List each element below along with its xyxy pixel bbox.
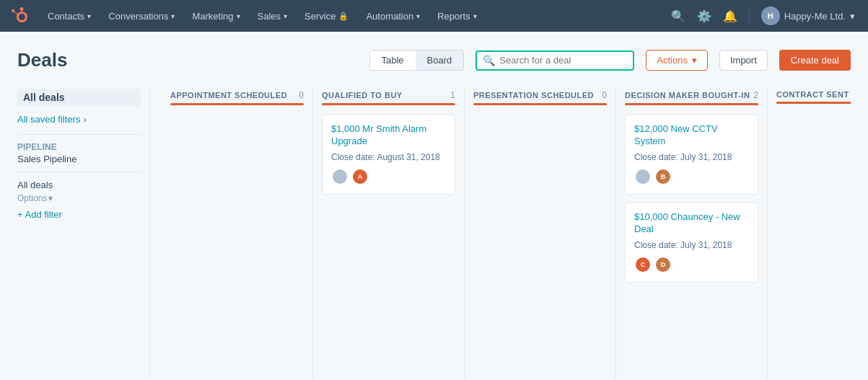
chevron-down-icon: ▾ (416, 12, 420, 20)
pipeline-value: Sales Pipeline (17, 154, 141, 164)
chevron-down-icon: ▾ (850, 11, 855, 22)
column-qualified-to-buy: QUALIFIED TO BUY 1 $1,000 Mr Smith Alarm… (313, 89, 465, 379)
chevron-down-icon: ▾ (48, 193, 53, 203)
options-row: Options ▾ (17, 193, 141, 203)
deal-title: $1,000 Mr Smith Alarm Upgrade (331, 123, 446, 148)
sidebar-divider-2 (17, 172, 141, 172)
page-title: Deals (17, 49, 67, 71)
col-title: QUALIFIED TO BUY (322, 91, 403, 100)
table-view-button[interactable]: Table (370, 50, 416, 70)
chevron-right-icon: › (83, 114, 86, 125)
top-navigation: Contacts ▾ Conversations ▾ Marketing ▾ S… (0, 0, 868, 32)
col-header: QUALIFIED TO BUY 1 (322, 89, 455, 100)
col-title: APPOINTMENT SCHEDULED (170, 91, 287, 100)
pipeline-label: Pipeline (17, 142, 141, 152)
page-wrapper: Deals Table Board 🔍 Actions ▾ Import Cre… (0, 32, 868, 379)
column-contract-sent: CONTRACT SENT (768, 89, 851, 379)
search-bar[interactable]: 🔍 (475, 50, 634, 71)
account-menu[interactable]: H Happy-Me Ltd. ▾ (757, 0, 859, 32)
import-button[interactable]: Import (719, 50, 768, 71)
nav-automation[interactable]: Automation ▾ (359, 0, 427, 32)
view-toggle: Table Board (369, 50, 465, 71)
col-progress-bar (170, 103, 304, 105)
chevron-down-icon: ▾ (171, 12, 175, 20)
page-header: Deals Table Board 🔍 Actions ▾ Import Cre… (17, 49, 851, 71)
content-area: All deals All saved filters › Pipeline S… (17, 89, 851, 379)
chevron-down-icon: ▾ (237, 12, 240, 20)
add-filter-button[interactable]: + Add filter (17, 209, 141, 220)
search-icon-button[interactable]: 🔍 (667, 4, 690, 27)
nav-conversations[interactable]: Conversations ▾ (101, 0, 182, 32)
deal-avatars: A (331, 168, 446, 185)
hubspot-logo[interactable] (9, 4, 32, 27)
col-progress-bar (625, 103, 758, 105)
settings-icon-button[interactable]: ⚙️ (693, 4, 716, 27)
col-count: 2 (753, 90, 758, 100)
deal-close-date: Close date: July 31, 2018 (634, 152, 749, 162)
chevron-down-icon: ▾ (87, 12, 91, 20)
col-title: DECISION MAKER BOUGHT-IN (625, 91, 750, 100)
column-decision-maker-bought-in: DECISION MAKER BOUGHT-IN 2 $12,000 New C… (616, 89, 768, 379)
options-link[interactable]: Options ▾ (17, 193, 53, 203)
col-count: 1 (450, 90, 455, 100)
column-presentation-scheduled: PRESENTATION SCHEDULED 0 (465, 89, 616, 379)
col-progress-bar (776, 102, 851, 104)
deal-card[interactable]: $1,000 Mr Smith Alarm Upgrade Close date… (322, 114, 455, 195)
col-progress-bar (473, 103, 607, 105)
col-header: PRESENTATION SCHEDULED 0 (473, 89, 607, 100)
avatar: C (634, 256, 652, 273)
nav-right-actions: 🔍 ⚙️ 🔔 H Happy-Me Ltd. ▾ (667, 0, 859, 32)
nav-service[interactable]: Service 🔒 (297, 0, 356, 32)
deal-close-date: Close date: July 31, 2018 (634, 240, 749, 250)
col-count: 0 (602, 90, 607, 100)
lock-icon: 🔒 (338, 12, 348, 21)
chevron-down-icon: ▾ (284, 12, 287, 20)
nav-divider (749, 7, 750, 25)
col-header: APPOINTMENT SCHEDULED 0 (170, 89, 304, 100)
actions-button[interactable]: Actions ▾ (646, 50, 708, 71)
search-icon: 🔍 (483, 55, 495, 66)
avatar: H (761, 6, 780, 25)
col-count: 0 (299, 90, 304, 100)
col-title: PRESENTATION SCHEDULED (473, 91, 594, 100)
avatar (331, 168, 348, 185)
col-progress-bar (322, 103, 455, 105)
chevron-down-icon: ▾ (692, 55, 697, 66)
nav-marketing[interactable]: Marketing ▾ (185, 0, 247, 32)
column-appointment-scheduled: APPOINTMENT SCHEDULED 0 (162, 89, 313, 379)
sidebar-item-all-deals[interactable]: All deals (17, 89, 141, 106)
board-view-button[interactable]: Board (416, 50, 464, 70)
deal-close-date: Close date: August 31, 2018 (331, 152, 446, 162)
search-input[interactable] (499, 55, 627, 66)
deal-avatars: C D (634, 256, 749, 273)
col-header: CONTRACT SENT (776, 89, 851, 99)
nav-reports[interactable]: Reports ▾ (430, 0, 484, 32)
saved-filters-link[interactable]: All saved filters › (17, 112, 141, 127)
avatar: B (654, 168, 672, 185)
notifications-icon-button[interactable]: 🔔 (719, 4, 742, 27)
deal-title: $10,000 Chauncey - New Deal (634, 211, 749, 236)
create-deal-button[interactable]: Create deal (779, 50, 851, 71)
col-title: CONTRACT SENT (776, 90, 849, 99)
all-deals-filter: All deals (17, 180, 141, 190)
col-header: DECISION MAKER BOUGHT-IN 2 (625, 89, 758, 100)
deal-card[interactable]: $12,000 New CCTV System Close date: July… (625, 114, 758, 195)
sidebar-divider (17, 134, 141, 135)
avatar: D (654, 256, 672, 273)
avatar: A (351, 168, 369, 185)
deal-avatars: B (634, 168, 749, 185)
deal-card[interactable]: $10,000 Chauncey - New Deal Close date: … (625, 202, 758, 283)
board-columns: APPOINTMENT SCHEDULED 0 QUALIFIED TO BUY… (162, 89, 851, 379)
deal-title: $12,000 New CCTV System (634, 123, 749, 148)
kanban-board: APPOINTMENT SCHEDULED 0 QUALIFIED TO BUY… (150, 89, 851, 379)
chevron-down-icon: ▾ (473, 12, 477, 20)
nav-contacts[interactable]: Contacts ▾ (40, 0, 98, 32)
nav-sales[interactable]: Sales ▾ (250, 0, 295, 32)
sidebar: All deals All saved filters › Pipeline S… (17, 89, 150, 379)
account-name: Happy-Me Ltd. (784, 11, 846, 22)
avatar (634, 168, 652, 185)
